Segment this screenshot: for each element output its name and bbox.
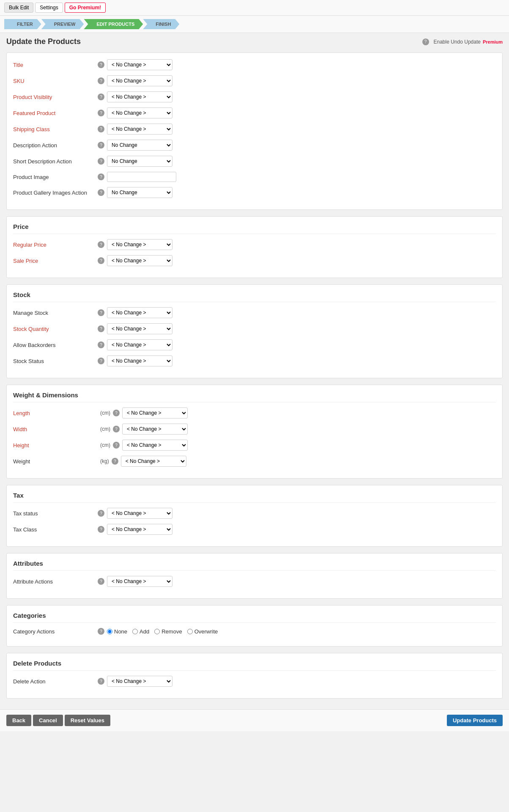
- sale-price-label: Sale Price: [13, 258, 98, 264]
- sale-price-help-icon[interactable]: ?: [98, 257, 104, 264]
- step-preview-label: PREVIEW: [41, 19, 84, 29]
- width-help-icon[interactable]: ?: [113, 426, 120, 432]
- stock-quantity-help-icon[interactable]: ?: [98, 325, 104, 332]
- product-visibility-select[interactable]: < No Change > Visible Hidden: [107, 91, 172, 102]
- go-premium-button[interactable]: Go Premium!: [65, 3, 106, 13]
- tax-status-label: Tax status: [13, 510, 98, 517]
- shipping-class-select[interactable]: < No Change > None: [107, 124, 172, 135]
- product-gallery-select[interactable]: No Change Add Remove Overwrite: [107, 187, 172, 198]
- allow-backorders-help-icon[interactable]: ?: [98, 341, 104, 348]
- price-section-title: Price: [13, 223, 496, 234]
- category-actions-row: Category Actions ? None Add Remove Overw: [13, 628, 496, 635]
- title-select[interactable]: < No Change > Set To Find & Replace Appe…: [107, 59, 172, 70]
- sku-help-icon[interactable]: ?: [98, 77, 104, 84]
- step-filter-label: FILTER: [4, 19, 41, 29]
- allow-backorders-select[interactable]: < No Change > Yes No Notify: [107, 339, 172, 350]
- length-unit: (cm): [100, 410, 110, 416]
- cancel-button[interactable]: Cancel: [33, 715, 63, 726]
- product-image-help-icon[interactable]: ?: [98, 173, 104, 180]
- reset-values-button[interactable]: Reset Values: [65, 715, 110, 726]
- manage-stock-select[interactable]: < No Change > Yes No: [107, 307, 172, 318]
- stock-section: Stock Manage Stock ? < No Change > Yes N…: [6, 284, 503, 378]
- description-action-select[interactable]: No Change Set To Append Prepend: [107, 140, 172, 151]
- radio-remove[interactable]: [154, 629, 160, 634]
- delete-products-section: Delete Products Delete Action ? < No Cha…: [6, 653, 503, 699]
- attribute-actions-select[interactable]: < No Change > Add Remove Update: [107, 576, 172, 587]
- product-gallery-help-icon[interactable]: ?: [98, 189, 104, 196]
- stock-section-title: Stock: [13, 291, 496, 302]
- product-visibility-label: Product Visiblity: [13, 94, 98, 100]
- regular-price-help-icon[interactable]: ?: [98, 241, 104, 248]
- bulk-edit-tab[interactable]: Bulk Edit: [4, 3, 33, 13]
- manage-stock-help-icon[interactable]: ?: [98, 309, 104, 316]
- weight-unit: (kg): [100, 458, 109, 464]
- short-description-action-row: Short Description Action ? No Change Set…: [13, 156, 496, 167]
- delete-action-select[interactable]: < No Change > Move to Trash Permanently …: [107, 676, 172, 687]
- radio-remove-label[interactable]: Remove: [154, 628, 182, 635]
- weight-select[interactable]: < No Change > Set To Increase By Decreas…: [121, 456, 186, 467]
- step-preview: PREVIEW: [41, 19, 84, 29]
- stock-quantity-select[interactable]: < No Change > Set To Increase By Decreas…: [107, 323, 172, 334]
- step-edit-label: EDIT PRODUCTS: [84, 19, 143, 29]
- settings-tab[interactable]: Settings: [35, 3, 63, 13]
- back-button[interactable]: Back: [6, 715, 31, 726]
- tax-section: Tax Tax status ? < No Change > Taxable S…: [6, 485, 503, 547]
- weight-row: Weight (kg) ? < No Change > Set To Incre…: [13, 456, 496, 467]
- product-visibility-help-icon[interactable]: ?: [98, 94, 104, 100]
- sale-price-select[interactable]: < No Change > Set To Increase By Decreas…: [107, 255, 172, 266]
- title-help-icon[interactable]: ?: [98, 61, 104, 68]
- attribute-actions-label: Attribute Actions: [13, 578, 98, 585]
- short-description-action-select[interactable]: No Change Set To Append Prepend: [107, 156, 172, 167]
- sku-select[interactable]: < No Change > Set To Find & Replace: [107, 75, 172, 86]
- weight-help-icon[interactable]: ?: [112, 458, 118, 465]
- width-row: Width (cm) ? < No Change > Set To Increa…: [13, 424, 496, 435]
- radio-none-text: None: [114, 628, 127, 635]
- tax-class-help-icon[interactable]: ?: [98, 526, 104, 533]
- radio-remove-text: Remove: [161, 628, 182, 635]
- attribute-actions-help-icon[interactable]: ?: [98, 578, 104, 585]
- radio-none[interactable]: [107, 629, 112, 634]
- product-image-label: Product Image: [13, 174, 98, 180]
- tax-status-help-icon[interactable]: ?: [98, 510, 104, 517]
- height-select[interactable]: < No Change > Set To Increase By Decreas…: [122, 440, 188, 451]
- regular-price-select[interactable]: < No Change > Set To Increase By Decreas…: [107, 239, 172, 250]
- attributes-section: Attributes Attribute Actions ? < No Chan…: [6, 553, 503, 599]
- main-content: Update the Products ? Enable Undo Update…: [0, 33, 509, 709]
- radio-add-label[interactable]: Add: [132, 628, 149, 635]
- update-products-button[interactable]: Update Products: [447, 715, 503, 726]
- stock-status-select[interactable]: < No Change > In Stock Out Of Stock On B…: [107, 355, 172, 366]
- short-description-action-help-icon[interactable]: ?: [98, 158, 104, 165]
- length-select[interactable]: < No Change > Set To Increase By Decreas…: [122, 407, 188, 418]
- radio-add[interactable]: [132, 629, 138, 634]
- category-actions-help-icon[interactable]: ?: [98, 628, 104, 635]
- height-unit: (cm): [100, 442, 110, 448]
- length-row: Length (cm) ? < No Change > Set To Incre…: [13, 407, 496, 418]
- undo-section: ? Enable Undo Update Premium: [422, 39, 503, 45]
- featured-product-select[interactable]: < No Change > Yes No: [107, 107, 172, 118]
- featured-product-help-icon[interactable]: ?: [98, 110, 104, 116]
- radio-overwrite-label[interactable]: Overwrite: [187, 628, 218, 635]
- product-image-row: Product Image ?: [13, 172, 496, 182]
- height-help-icon[interactable]: ?: [113, 442, 120, 449]
- tax-class-select[interactable]: < No Change > Standard Reduced Rate Zero…: [107, 524, 172, 535]
- weight-label: Weight: [13, 458, 98, 465]
- category-actions-radio-group: None Add Remove Overwrite: [107, 628, 218, 635]
- left-buttons: Back Cancel Reset Values: [6, 715, 110, 726]
- width-select[interactable]: < No Change > Set To Increase By Decreas…: [122, 424, 188, 435]
- radio-overwrite[interactable]: [187, 629, 193, 634]
- tax-status-select[interactable]: < No Change > Taxable Shipping Only None: [107, 508, 172, 519]
- delete-action-help-icon[interactable]: ?: [98, 678, 104, 685]
- radio-none-label[interactable]: None: [107, 628, 127, 635]
- description-action-help-icon[interactable]: ?: [98, 142, 104, 149]
- stock-quantity-row: Stock Quantity ? < No Change > Set To In…: [13, 323, 496, 334]
- stock-status-help-icon[interactable]: ?: [98, 358, 104, 364]
- manage-stock-row: Manage Stock ? < No Change > Yes No: [13, 307, 496, 318]
- length-help-icon[interactable]: ?: [113, 410, 120, 416]
- undo-help-icon[interactable]: ?: [422, 39, 429, 45]
- categories-section: Categories Category Actions ? None Add R…: [6, 605, 503, 647]
- delete-action-row: Delete Action ? < No Change > Move to Tr…: [13, 676, 496, 687]
- shipping-class-help-icon[interactable]: ?: [98, 126, 104, 132]
- product-image-input[interactable]: [107, 172, 176, 182]
- tax-section-title: Tax: [13, 492, 496, 503]
- sku-label: SKU: [13, 78, 98, 84]
